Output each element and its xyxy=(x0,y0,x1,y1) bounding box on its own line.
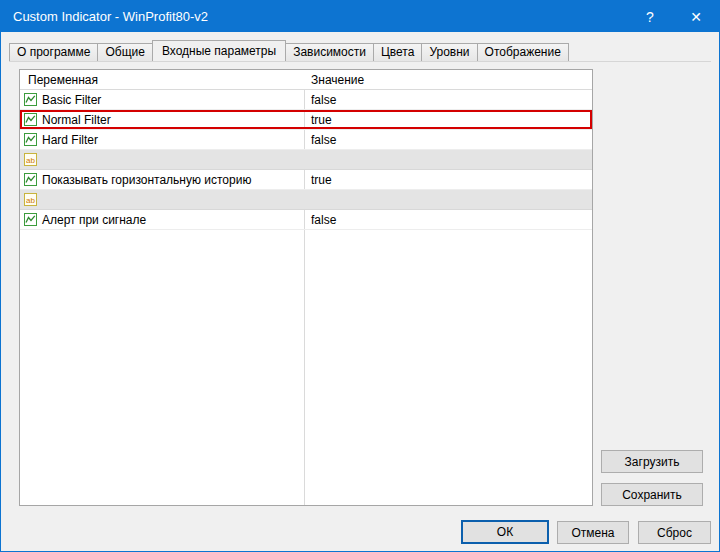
text-param-icon: ab xyxy=(24,153,37,166)
param-value-cell[interactable]: false xyxy=(304,133,592,147)
param-name-cell[interactable]: Hard Filter xyxy=(20,130,304,149)
help-button[interactable]: ? xyxy=(627,1,673,32)
column-header-value[interactable]: Значение xyxy=(304,73,592,87)
param-name-label: Normal Filter xyxy=(42,113,111,127)
cancel-button[interactable]: Отмена xyxy=(557,521,629,544)
param-name-label: Алерт при сигнале xyxy=(42,213,146,227)
param-value-cell[interactable]: false xyxy=(304,93,592,107)
chart-param-icon xyxy=(24,113,37,126)
table-row[interactable]: Hard Filterfalse xyxy=(20,130,592,150)
custom-indicator-dialog: Custom Indicator - WinProfit80-v2 ? ✕ О … xyxy=(0,0,720,552)
table-header-row: Переменная Значение xyxy=(20,70,592,90)
table-row[interactable]: Показывать горизонтальную историюtrue xyxy=(20,170,592,190)
tab-1[interactable]: Общие xyxy=(97,43,152,61)
chart-param-icon xyxy=(24,133,37,146)
param-value-cell[interactable]: true xyxy=(304,173,592,187)
load-button[interactable]: Загрузить xyxy=(601,450,703,473)
param-name-cell[interactable]: ab xyxy=(20,190,304,209)
save-button[interactable]: Сохранить xyxy=(601,483,703,506)
reset-button[interactable]: Сброс xyxy=(638,521,711,544)
caption-buttons: ? ✕ xyxy=(627,1,719,32)
tab-bar: О программеОбщиеВходные параметрыЗависим… xyxy=(9,41,711,61)
param-name-cell[interactable]: Basic Filter xyxy=(20,90,304,109)
param-name-cell[interactable]: Показывать горизонтальную историю xyxy=(20,170,304,189)
window-title: Custom Indicator - WinProfit80-v2 xyxy=(13,9,208,24)
close-button[interactable]: ✕ xyxy=(673,1,719,32)
param-name-cell[interactable]: Normal Filter xyxy=(20,110,304,129)
table-row[interactable]: Basic Filterfalse xyxy=(20,90,592,110)
param-value-cell[interactable]: true xyxy=(304,113,592,127)
param-name-label: Hard Filter xyxy=(42,133,98,147)
column-header-variable[interactable]: Переменная xyxy=(20,73,304,87)
svg-text:ab: ab xyxy=(26,196,35,205)
tab-3[interactable]: Зависимости xyxy=(285,43,374,61)
chart-param-icon xyxy=(24,93,37,106)
param-name-label: Basic Filter xyxy=(42,93,101,107)
chart-param-icon xyxy=(24,173,37,186)
param-name-cell[interactable]: Алерт при сигнале xyxy=(20,210,304,229)
table-row[interactable]: Алерт при сигналеfalse xyxy=(20,210,592,230)
parameter-rows: Basic FilterfalseNormal FiltertrueHard F… xyxy=(20,90,592,230)
param-value-cell[interactable]: false xyxy=(304,213,592,227)
tab-0[interactable]: О программе xyxy=(9,43,98,61)
parameters-table: Переменная Значение Basic FilterfalseNor… xyxy=(19,69,593,506)
chart-param-icon xyxy=(24,213,37,226)
tab-2[interactable]: Входные параметры xyxy=(152,40,286,61)
param-name-label: Показывать горизонтальную историю xyxy=(42,173,251,187)
title-bar: Custom Indicator - WinProfit80-v2 ? ✕ xyxy=(1,1,719,32)
tab-5[interactable]: Уровни xyxy=(421,43,477,61)
table-row[interactable]: ab xyxy=(20,150,592,170)
ok-button[interactable]: ОК xyxy=(461,520,549,544)
text-param-icon: ab xyxy=(24,193,37,206)
svg-text:ab: ab xyxy=(26,156,35,165)
tab-4[interactable]: Цвета xyxy=(373,43,422,61)
tab-6[interactable]: Отображение xyxy=(477,43,569,61)
table-row[interactable]: ab xyxy=(20,190,592,210)
table-row[interactable]: Normal Filtertrue xyxy=(20,110,592,130)
param-name-cell[interactable]: ab xyxy=(20,150,304,169)
